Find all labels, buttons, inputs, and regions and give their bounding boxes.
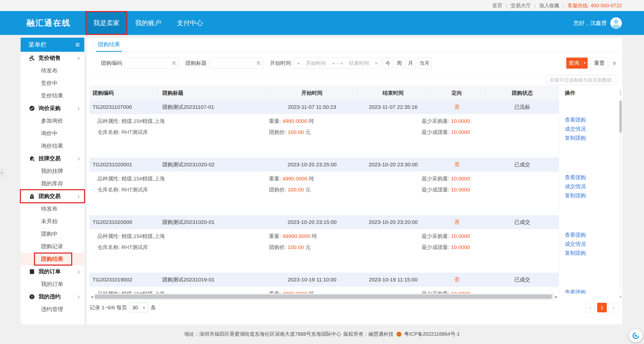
page-1-button[interactable]: 1 bbox=[597, 303, 607, 312]
sidebar-item-gb-not-started[interactable]: 未开始 bbox=[21, 215, 84, 228]
h-scroll-thumb[interactable] bbox=[95, 294, 552, 299]
v-scroll-thumb[interactable] bbox=[619, 101, 622, 133]
action-copy-group[interactable]: 复制团购 bbox=[565, 249, 586, 258]
sidebar-group-auction-sale[interactable]: 竞价销售 › bbox=[21, 52, 84, 64]
sidebar-title: 菜单栏 bbox=[28, 41, 47, 49]
action-view-group[interactable]: 查看团购 bbox=[565, 230, 586, 239]
menu-icon[interactable]: ≡ bbox=[75, 41, 80, 48]
tab-groupbuy-result[interactable]: 团购结果 bbox=[96, 38, 122, 52]
sidebar-item-my-listing[interactable]: 我的挂牌 bbox=[21, 165, 84, 177]
per-page-select[interactable]: 30 ∨ bbox=[130, 303, 148, 312]
group-title-input[interactable] bbox=[209, 58, 263, 69]
kebab-icon[interactable]: ⋮ bbox=[619, 86, 623, 100]
min-purchase-label: 最少采购量: bbox=[422, 118, 450, 124]
quick-week-button[interactable]: 周 bbox=[394, 58, 404, 69]
group-code-input[interactable] bbox=[125, 58, 179, 69]
scroll-left-icon[interactable]: ◀ bbox=[90, 295, 94, 299]
prev-date-icon[interactable]: ◀ bbox=[339, 61, 344, 65]
sidebar-item-label: 询价结果 bbox=[41, 142, 63, 150]
sidebar-item-auction-ongoing[interactable]: 竞价中 bbox=[21, 77, 84, 89]
cell-end: 2023-10-20 23:20:00 bbox=[358, 215, 428, 229]
topbar-link-trade-hall[interactable]: 交易大厅 bbox=[507, 2, 534, 9]
sidebar-item-gb-records[interactable]: 团购记录 bbox=[21, 240, 84, 253]
avatar[interactable] bbox=[610, 17, 622, 29]
service-widget[interactable] bbox=[629, 329, 642, 342]
sidebar-group-listing-trade[interactable]: 挂牌交易 › bbox=[21, 152, 84, 165]
chevron-right-icon: › bbox=[77, 268, 80, 275]
col-start-time[interactable]: 开始时间 bbox=[266, 86, 358, 100]
sidebar-item-label: 参加询价 bbox=[41, 117, 63, 125]
sidebar-group-my-orders[interactable]: 我的订单 › bbox=[21, 265, 84, 278]
action-copy-group[interactable]: 复制团购 bbox=[565, 133, 586, 142]
keyword-filter-input[interactable] bbox=[546, 75, 616, 85]
col-directed[interactable]: 定向 bbox=[428, 86, 486, 100]
cell-title: 团购测试20231020-01 bbox=[158, 215, 266, 229]
sidebar-item-inquiry-result[interactable]: 询价结果 bbox=[21, 140, 84, 152]
nav-tab-account[interactable]: 我的账户 bbox=[127, 11, 169, 35]
topbar-link-home[interactable]: 首页 bbox=[489, 2, 506, 9]
scroll-right-icon[interactable]: ▶ bbox=[554, 295, 558, 299]
quick-month-button[interactable]: 月 bbox=[406, 58, 415, 69]
table-row[interactable]: TG20231019002 团购测试20231019-01 2023-10-19… bbox=[90, 273, 559, 287]
prev-date-icon[interactable]: ◀ bbox=[296, 61, 301, 65]
sidebar-item-auction-result[interactable]: 竞价结果 bbox=[21, 89, 84, 102]
scroll-down-icon[interactable]: ▼ bbox=[619, 295, 623, 298]
next-date-icon[interactable]: ▶ bbox=[331, 61, 336, 65]
cell-code: TG20231020001 bbox=[90, 158, 158, 172]
table-row[interactable]: TG20231107000 团购测试20231107-01 2023-11-07… bbox=[90, 100, 559, 114]
sidebar-item-inquiry-ongoing[interactable]: 询价中 bbox=[21, 127, 84, 140]
quick-today-button[interactable]: 今 bbox=[383, 58, 393, 69]
sidebar-item-my-inventory[interactable]: 我的库存 bbox=[21, 177, 84, 190]
action-deal-status[interactable]: 成交情况 bbox=[565, 239, 586, 249]
action-view-group[interactable]: 查看团购 bbox=[565, 288, 586, 293]
footer-icp[interactable]: 粤ICP备2022116864号-1 bbox=[404, 331, 460, 337]
sidebar-item-join-inquiry[interactable]: 参加询价 bbox=[21, 115, 84, 127]
group-title-field bbox=[209, 58, 263, 69]
col-group-title[interactable]: 团购标题 bbox=[158, 86, 266, 100]
row-actions: 查看团购 成交情况 复制团购 bbox=[559, 215, 619, 273]
row-detail: 品种属性: 精煤,15#精煤,上海 仓库名称: RHT测试库 重量: 4990.… bbox=[90, 172, 559, 215]
action-deal-status[interactable]: 成交情况 bbox=[565, 182, 586, 191]
sidebar-item-gb-result[interactable]: 团购结果 bbox=[21, 253, 84, 265]
double-chevron-down-icon[interactable]: » bbox=[611, 61, 618, 65]
reset-button[interactable]: 重置 bbox=[591, 57, 608, 69]
group-code-field bbox=[125, 58, 179, 69]
prev-page-button[interactable]: ‹ bbox=[586, 303, 595, 312]
nav-tab-payment[interactable]: 支付中心 bbox=[169, 11, 211, 35]
table-header: 团购编码 团购标题 开始时间 结束时间 定向 团购状态 操作 ⋮ bbox=[90, 86, 623, 100]
sidebar-item-default-management[interactable]: 违约管理 bbox=[21, 303, 84, 316]
col-group-code[interactable]: 团购编码 bbox=[90, 86, 158, 100]
start-date-field[interactable]: 开始时间 bbox=[301, 60, 332, 67]
cell-code: TG20231019002 bbox=[90, 273, 158, 287]
sidebar-item-label: 团购结果 bbox=[34, 253, 72, 266]
sidebar-item-gb-to-publish[interactable]: 待发布 bbox=[21, 203, 84, 215]
topbar-link-favorite[interactable]: 加入收藏 bbox=[536, 2, 563, 9]
col-end-time[interactable]: 结束时间 bbox=[358, 86, 428, 100]
detail-col-attrs: 品种属性: 精煤,15#精煤,上海 仓库名称: RHT测试库 bbox=[97, 232, 165, 251]
sidebar-item-to-publish[interactable]: 待发布 bbox=[21, 64, 84, 77]
action-view-group[interactable]: 查看团购 bbox=[565, 115, 586, 124]
sidebar-group-groupbuy-trade[interactable]: 团购交易 › bbox=[21, 190, 84, 203]
quick-current-month-button[interactable]: 当月 bbox=[417, 58, 432, 69]
logo[interactable]: 融汇通在线 bbox=[27, 18, 82, 29]
vertical-scrollbar[interactable] bbox=[619, 100, 623, 293]
next-page-button[interactable]: › bbox=[609, 303, 618, 312]
action-view-group[interactable]: 查看团购 bbox=[565, 173, 586, 182]
attr-value: 精煤,15#精煤,上海 bbox=[122, 118, 165, 124]
sidebar-group-inquiry-purchase[interactable]: 询价采购 › bbox=[21, 102, 84, 115]
sidebar-item-gb-ongoing[interactable]: 团购中 bbox=[21, 228, 84, 240]
nav-tab-seller[interactable]: 我是卖家 bbox=[86, 11, 127, 35]
action-deal-status[interactable]: 成交情况 bbox=[565, 124, 586, 133]
end-date-field[interactable]: 结束时间 bbox=[344, 60, 375, 67]
search-button[interactable]: 查询 ▼ bbox=[566, 58, 588, 69]
table-row[interactable]: TG20231020000 团购测试20231020-01 2023-10-20… bbox=[90, 215, 559, 229]
caret-down-icon[interactable]: ▼ bbox=[582, 58, 588, 69]
table-row[interactable]: TG20231020001 团购测试20231020-02 2023-10-20… bbox=[90, 158, 559, 172]
action-copy-group[interactable]: 复制团购 bbox=[565, 191, 586, 200]
sidebar-group-my-default[interactable]: 我的违约 › bbox=[21, 290, 84, 303]
col-status[interactable]: 团购状态 bbox=[486, 86, 559, 100]
sidebar-item-my-orders[interactable]: 我的订单 bbox=[21, 278, 84, 290]
h-scroll-track[interactable] bbox=[94, 293, 554, 300]
sidebar-collapse-handle[interactable]: ▸ bbox=[0, 167, 4, 177]
next-date-icon[interactable]: ▶ bbox=[374, 61, 379, 65]
